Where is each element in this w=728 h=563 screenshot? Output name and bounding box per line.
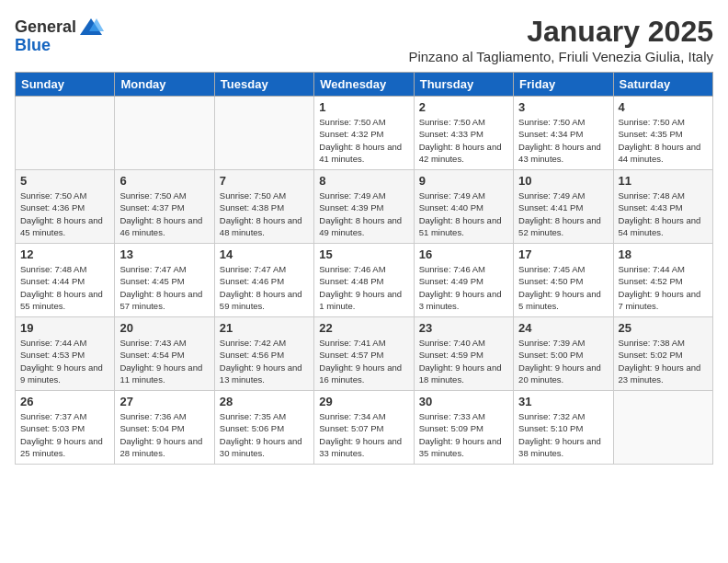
day-info: Sunrise: 7:50 AM Sunset: 4:37 PM Dayligh… bbox=[119, 190, 209, 238]
calendar-cell: 14Sunrise: 7:47 AM Sunset: 4:46 PM Dayli… bbox=[214, 244, 313, 317]
day-number: 5 bbox=[20, 174, 109, 188]
calendar-cell: 24Sunrise: 7:39 AM Sunset: 5:00 PM Dayli… bbox=[514, 317, 613, 391]
day-info: Sunrise: 7:50 AM Sunset: 4:34 PM Dayligh… bbox=[518, 116, 608, 165]
day-info: Sunrise: 7:50 AM Sunset: 4:32 PM Dayligh… bbox=[319, 116, 408, 165]
calendar-cell: 4Sunrise: 7:50 AM Sunset: 4:35 PM Daylig… bbox=[613, 97, 712, 170]
day-number: 16 bbox=[419, 247, 508, 261]
calendar-cell: 15Sunrise: 7:46 AM Sunset: 4:48 PM Dayli… bbox=[314, 244, 414, 317]
day-number: 30 bbox=[419, 395, 508, 408]
day-number: 11 bbox=[619, 174, 708, 188]
calendar-week-1: 1Sunrise: 7:50 AM Sunset: 4:32 PM Daylig… bbox=[16, 97, 713, 170]
day-info: Sunrise: 7:49 AM Sunset: 4:41 PM Dayligh… bbox=[518, 190, 608, 238]
day-info: Sunrise: 7:41 AM Sunset: 4:57 PM Dayligh… bbox=[319, 337, 408, 385]
day-number: 6 bbox=[119, 174, 209, 188]
day-info: Sunrise: 7:46 AM Sunset: 4:49 PM Dayligh… bbox=[419, 263, 508, 312]
day-info: Sunrise: 7:43 AM Sunset: 4:54 PM Dayligh… bbox=[119, 337, 209, 385]
logo-icon bbox=[78, 15, 104, 40]
day-number: 17 bbox=[518, 247, 608, 261]
day-number: 27 bbox=[119, 395, 209, 408]
location-title: Pinzano al Tagliamento, Friuli Venezia G… bbox=[408, 49, 713, 64]
weekday-header-saturday: Saturday bbox=[613, 73, 712, 97]
calendar-cell: 26Sunrise: 7:37 AM Sunset: 5:03 PM Dayli… bbox=[16, 391, 115, 465]
day-info: Sunrise: 7:39 AM Sunset: 5:00 PM Dayligh… bbox=[518, 337, 608, 385]
day-number: 14 bbox=[220, 247, 309, 261]
weekday-header-wednesday: Wednesday bbox=[314, 73, 414, 97]
day-number: 28 bbox=[220, 395, 309, 408]
day-number: 24 bbox=[518, 321, 608, 335]
calendar-table: SundayMondayTuesdayWednesdayThursdayFrid… bbox=[15, 72, 713, 465]
day-number: 1 bbox=[319, 100, 408, 114]
day-number: 19 bbox=[20, 321, 109, 335]
logo: General Blue bbox=[15, 15, 104, 55]
day-info: Sunrise: 7:47 AM Sunset: 4:45 PM Dayligh… bbox=[119, 263, 209, 312]
calendar-cell: 23Sunrise: 7:40 AM Sunset: 4:59 PM Dayli… bbox=[414, 317, 513, 391]
day-info: Sunrise: 7:48 AM Sunset: 4:43 PM Dayligh… bbox=[619, 190, 708, 238]
calendar-cell: 30Sunrise: 7:33 AM Sunset: 5:09 PM Dayli… bbox=[414, 391, 513, 465]
day-info: Sunrise: 7:50 AM Sunset: 4:33 PM Dayligh… bbox=[419, 116, 508, 165]
day-number: 7 bbox=[220, 174, 309, 188]
calendar-week-5: 26Sunrise: 7:37 AM Sunset: 5:03 PM Dayli… bbox=[16, 391, 713, 465]
calendar-cell bbox=[214, 97, 313, 170]
day-number: 20 bbox=[119, 321, 209, 335]
day-info: Sunrise: 7:32 AM Sunset: 5:10 PM Dayligh… bbox=[518, 410, 608, 459]
day-number: 9 bbox=[419, 174, 508, 188]
calendar-week-2: 5Sunrise: 7:50 AM Sunset: 4:36 PM Daylig… bbox=[16, 170, 713, 244]
calendar-week-4: 19Sunrise: 7:44 AM Sunset: 4:53 PM Dayli… bbox=[16, 317, 713, 391]
day-number: 22 bbox=[319, 321, 408, 335]
logo-blue-text: Blue bbox=[15, 37, 51, 55]
calendar-cell: 13Sunrise: 7:47 AM Sunset: 4:45 PM Dayli… bbox=[115, 244, 214, 317]
day-number: 2 bbox=[419, 100, 508, 114]
calendar-cell: 2Sunrise: 7:50 AM Sunset: 4:33 PM Daylig… bbox=[414, 97, 513, 170]
day-info: Sunrise: 7:50 AM Sunset: 4:36 PM Dayligh… bbox=[20, 190, 109, 238]
day-info: Sunrise: 7:47 AM Sunset: 4:46 PM Dayligh… bbox=[220, 263, 309, 312]
day-number: 21 bbox=[220, 321, 309, 335]
day-number: 8 bbox=[319, 174, 408, 188]
calendar-cell: 22Sunrise: 7:41 AM Sunset: 4:57 PM Dayli… bbox=[314, 317, 414, 391]
calendar-cell: 10Sunrise: 7:49 AM Sunset: 4:41 PM Dayli… bbox=[514, 170, 613, 244]
day-info: Sunrise: 7:46 AM Sunset: 4:48 PM Dayligh… bbox=[319, 263, 408, 312]
title-block: January 2025 Pinzano al Tagliamento, Fri… bbox=[408, 15, 713, 64]
weekday-header-tuesday: Tuesday bbox=[214, 73, 313, 97]
day-info: Sunrise: 7:38 AM Sunset: 5:02 PM Dayligh… bbox=[619, 337, 708, 385]
day-info: Sunrise: 7:40 AM Sunset: 4:59 PM Dayligh… bbox=[419, 337, 508, 385]
day-number: 12 bbox=[20, 247, 109, 261]
calendar-cell: 31Sunrise: 7:32 AM Sunset: 5:10 PM Dayli… bbox=[514, 391, 613, 465]
calendar-week-3: 12Sunrise: 7:48 AM Sunset: 4:44 PM Dayli… bbox=[16, 244, 713, 317]
day-number: 23 bbox=[419, 321, 508, 335]
calendar-cell bbox=[115, 97, 214, 170]
calendar-cell: 29Sunrise: 7:34 AM Sunset: 5:07 PM Dayli… bbox=[314, 391, 414, 465]
day-info: Sunrise: 7:34 AM Sunset: 5:07 PM Dayligh… bbox=[319, 410, 408, 459]
day-info: Sunrise: 7:33 AM Sunset: 5:09 PM Dayligh… bbox=[419, 410, 508, 459]
day-number: 18 bbox=[619, 247, 708, 261]
logo-general-text: General bbox=[15, 18, 76, 37]
calendar-cell bbox=[613, 391, 712, 465]
calendar-cell: 1Sunrise: 7:50 AM Sunset: 4:32 PM Daylig… bbox=[314, 97, 414, 170]
calendar-cell: 16Sunrise: 7:46 AM Sunset: 4:49 PM Dayli… bbox=[414, 244, 513, 317]
day-info: Sunrise: 7:45 AM Sunset: 4:50 PM Dayligh… bbox=[518, 263, 608, 312]
day-info: Sunrise: 7:44 AM Sunset: 4:52 PM Dayligh… bbox=[619, 263, 708, 312]
calendar-cell: 9Sunrise: 7:49 AM Sunset: 4:40 PM Daylig… bbox=[414, 170, 513, 244]
day-info: Sunrise: 7:49 AM Sunset: 4:40 PM Dayligh… bbox=[419, 190, 508, 238]
calendar-cell: 11Sunrise: 7:48 AM Sunset: 4:43 PM Dayli… bbox=[613, 170, 712, 244]
day-info: Sunrise: 7:49 AM Sunset: 4:39 PM Dayligh… bbox=[319, 190, 408, 238]
day-number: 25 bbox=[619, 321, 708, 335]
weekday-header-sunday: Sunday bbox=[16, 73, 115, 97]
day-info: Sunrise: 7:36 AM Sunset: 5:04 PM Dayligh… bbox=[119, 410, 209, 459]
day-number: 31 bbox=[518, 395, 608, 408]
day-number: 13 bbox=[119, 247, 209, 261]
calendar-cell: 8Sunrise: 7:49 AM Sunset: 4:39 PM Daylig… bbox=[314, 170, 414, 244]
calendar-cell: 12Sunrise: 7:48 AM Sunset: 4:44 PM Dayli… bbox=[16, 244, 115, 317]
calendar-cell: 3Sunrise: 7:50 AM Sunset: 4:34 PM Daylig… bbox=[514, 97, 613, 170]
day-info: Sunrise: 7:37 AM Sunset: 5:03 PM Dayligh… bbox=[20, 410, 109, 459]
day-number: 3 bbox=[518, 100, 608, 114]
month-title: January 2025 bbox=[408, 15, 713, 49]
day-info: Sunrise: 7:50 AM Sunset: 4:35 PM Dayligh… bbox=[619, 116, 708, 165]
day-info: Sunrise: 7:44 AM Sunset: 4:53 PM Dayligh… bbox=[20, 337, 109, 385]
day-number: 15 bbox=[319, 247, 408, 261]
day-number: 4 bbox=[619, 100, 708, 114]
calendar-cell: 28Sunrise: 7:35 AM Sunset: 5:06 PM Dayli… bbox=[214, 391, 313, 465]
weekday-header-friday: Friday bbox=[514, 73, 613, 97]
calendar-cell: 17Sunrise: 7:45 AM Sunset: 4:50 PM Dayli… bbox=[514, 244, 613, 317]
calendar-cell bbox=[16, 97, 115, 170]
weekday-header-thursday: Thursday bbox=[414, 73, 513, 97]
